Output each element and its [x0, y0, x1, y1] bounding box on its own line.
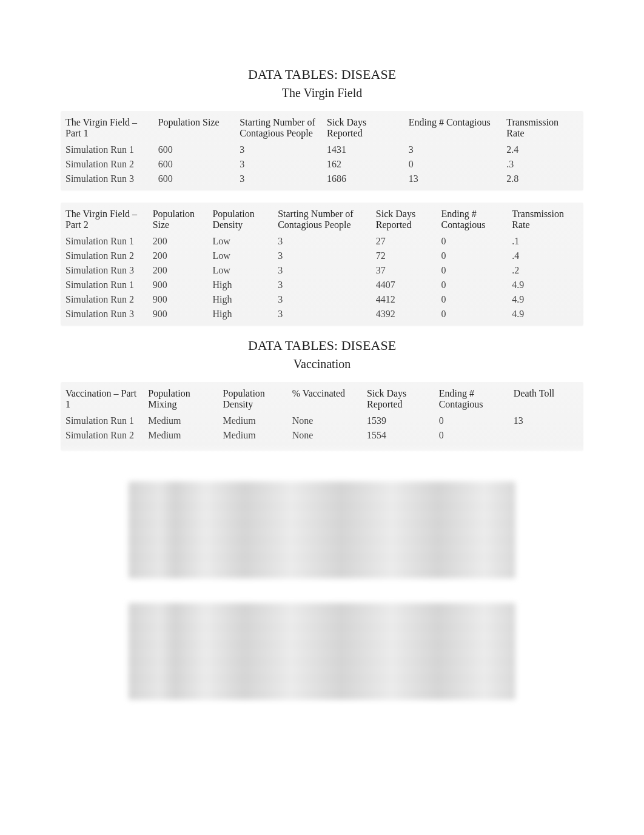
table-cell: 1431 — [322, 143, 404, 157]
table-cell: 4.9 — [507, 278, 583, 292]
col-header: % Vaccinated — [287, 382, 362, 414]
table-cell: .3 — [501, 157, 583, 172]
table-cell: 0 — [437, 263, 508, 278]
table-cell: 72 — [371, 249, 437, 263]
table-cell: 3 — [273, 307, 371, 326]
table-cell: Simulation Run 1 — [61, 143, 153, 157]
table-cell — [509, 443, 583, 451]
col-header: Population Size — [153, 111, 235, 143]
table-row: Simulation Run 1900High3440704.9 — [61, 278, 583, 292]
table-vaccination-part1: Vaccination – Part 1 Population Mixing P… — [61, 382, 583, 451]
table-cell: 900 — [148, 278, 208, 292]
table-cell: Simulation Run 2 — [61, 157, 153, 172]
col-header: The Virgin Field – Part 1 — [61, 111, 153, 143]
table-cell: Simulation Run 2 — [61, 292, 148, 307]
table-cell: Low — [207, 234, 273, 249]
table-row: Simulation Run 2200Low3720.4 — [61, 249, 583, 263]
table-row: Simulation Run 360031686132.8 — [61, 172, 583, 190]
table-cell: 0 — [434, 428, 509, 443]
table-cell: 0 — [437, 249, 508, 263]
section-subtitle: Vaccination — [61, 357, 583, 371]
table-cell: Low — [207, 249, 273, 263]
table-cell: Low — [207, 263, 273, 278]
table-cell — [61, 443, 143, 451]
col-header: Sick Days Reported — [371, 203, 437, 234]
col-header: Ending # Contagious — [434, 382, 509, 414]
table-cell: None — [287, 414, 362, 428]
table-cell: 1686 — [322, 172, 404, 190]
table-row-faded — [61, 443, 583, 451]
col-header: Population Mixing — [143, 382, 218, 414]
col-header: Starting Number of Contagious People — [235, 111, 322, 143]
blurred-table-placeholder — [129, 481, 515, 578]
table-cell: 3 — [273, 292, 371, 307]
table-cell: 3 — [235, 172, 322, 190]
section-title: DATA TABLES: DISEASE — [61, 67, 583, 82]
table-cell: Simulation Run 1 — [61, 414, 143, 428]
table-cell: 3 — [273, 278, 371, 292]
col-header: Sick Days Reported — [322, 111, 404, 143]
col-header: The Virgin Field – Part 2 — [61, 203, 148, 234]
table-virgin-field-part1: The Virgin Field – Part 1 Population Siz… — [61, 111, 583, 190]
table-cell — [362, 443, 434, 451]
table-cell: 13 — [509, 414, 583, 428]
table-row: Simulation Run 3200Low3370.2 — [61, 263, 583, 278]
table-cell: 13 — [404, 172, 502, 190]
blurred-table-placeholder — [129, 603, 515, 700]
table-cell: Medium — [143, 428, 218, 443]
table-row: Simulation Run 2MediumMediumNone15540 — [61, 428, 583, 443]
col-header: Population Density — [207, 203, 273, 234]
table-cell: None — [287, 428, 362, 443]
table-cell: 162 — [322, 157, 404, 172]
table-cell: 200 — [148, 263, 208, 278]
table-cell: 0 — [437, 234, 508, 249]
table-header-row: The Virgin Field – Part 1 Population Siz… — [61, 111, 583, 143]
table-cell: 900 — [148, 292, 208, 307]
table-row: Simulation Run 260031620.3 — [61, 157, 583, 172]
table-cell — [218, 443, 287, 451]
table-cell: 2.4 — [501, 143, 583, 157]
section-subtitle: The Virgin Field — [61, 86, 583, 100]
col-header: Population Density — [218, 382, 287, 414]
table-cell: 600 — [153, 172, 235, 190]
col-header: Starting Number of Contagious People — [273, 203, 371, 234]
col-header: Transmission Rate — [507, 203, 583, 234]
table-row: Simulation Run 1200Low3270.1 — [61, 234, 583, 249]
table-cell: 3 — [273, 234, 371, 249]
table-cell: 0 — [437, 278, 508, 292]
table-cell: 0 — [404, 157, 502, 172]
table-cell: 27 — [371, 234, 437, 249]
document-page: DATA TABLES: DISEASE The Virgin Field Th… — [0, 0, 644, 760]
table-cell: .4 — [507, 249, 583, 263]
table-cell: 4407 — [371, 278, 437, 292]
table-cell: 900 — [148, 307, 208, 326]
table-cell: .1 — [507, 234, 583, 249]
table-cell: Medium — [218, 414, 287, 428]
col-header: Vaccination – Part 1 — [61, 382, 143, 414]
col-header: Ending # Contagious — [404, 111, 502, 143]
table-cell: Simulation Run 2 — [61, 428, 143, 443]
col-header: Population Size — [148, 203, 208, 234]
col-header: Death Toll — [509, 382, 583, 414]
table-cell: 1539 — [362, 414, 434, 428]
table-cell: High — [207, 292, 273, 307]
table-cell — [434, 443, 509, 451]
section-title: DATA TABLES: DISEASE — [61, 338, 583, 354]
table-cell: 3 — [235, 143, 322, 157]
table-cell: 4392 — [371, 307, 437, 326]
table-cell — [287, 443, 362, 451]
table-cell: 37 — [371, 263, 437, 278]
col-header: Ending # Contagious — [437, 203, 508, 234]
table-cell: 1554 — [362, 428, 434, 443]
table-row: Simulation Run 1MediumMediumNone1539013 — [61, 414, 583, 428]
table-cell: 3 — [404, 143, 502, 157]
table-cell: Simulation Run 3 — [61, 172, 153, 190]
obscured-content — [61, 481, 583, 700]
table-cell: 4.9 — [507, 307, 583, 326]
table-cell: 0 — [437, 292, 508, 307]
col-header: Sick Days Reported — [362, 382, 434, 414]
table-cell: .2 — [507, 263, 583, 278]
table-cell: Medium — [143, 414, 218, 428]
table-cell: Simulation Run 3 — [61, 263, 148, 278]
table-header-row: Vaccination – Part 1 Population Mixing P… — [61, 382, 583, 414]
